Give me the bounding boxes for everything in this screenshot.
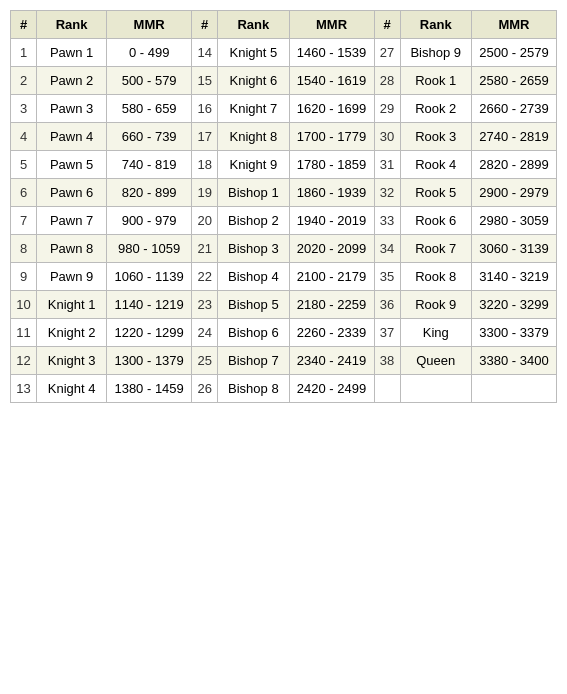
table-cell: 10 bbox=[11, 291, 37, 319]
table-cell: 18 bbox=[192, 151, 218, 179]
table-cell: 2 bbox=[11, 67, 37, 95]
rank-table: # Rank MMR # Rank MMR # Rank MMR 1Pawn 1… bbox=[10, 10, 557, 403]
table-cell: 22 bbox=[192, 263, 218, 291]
table-cell: 32 bbox=[374, 179, 400, 207]
table-cell: Rook 1 bbox=[400, 67, 471, 95]
table-cell: Pawn 2 bbox=[37, 67, 107, 95]
table-cell: Rook 9 bbox=[400, 291, 471, 319]
table-cell: Bishop 3 bbox=[218, 235, 289, 263]
table-cell: 6 bbox=[11, 179, 37, 207]
table-cell: 17 bbox=[192, 123, 218, 151]
table-cell: 2260 - 2339 bbox=[289, 319, 374, 347]
table-cell: 0 - 499 bbox=[107, 39, 192, 67]
table-cell: 3060 - 3139 bbox=[471, 235, 556, 263]
table-cell: 23 bbox=[192, 291, 218, 319]
table-cell bbox=[374, 375, 400, 403]
col-header-mmr3: MMR bbox=[471, 11, 556, 39]
table-row: 13Knight 41380 - 145926Bishop 82420 - 24… bbox=[11, 375, 557, 403]
table-cell: Rook 3 bbox=[400, 123, 471, 151]
table-cell: Pawn 7 bbox=[37, 207, 107, 235]
col-header-num2: # bbox=[192, 11, 218, 39]
col-header-num3: # bbox=[374, 11, 400, 39]
table-cell: 2980 - 3059 bbox=[471, 207, 556, 235]
table-cell bbox=[471, 375, 556, 403]
table-row: 8Pawn 8980 - 105921Bishop 32020 - 209934… bbox=[11, 235, 557, 263]
col-header-mmr2: MMR bbox=[289, 11, 374, 39]
table-cell: 13 bbox=[11, 375, 37, 403]
table-cell: 2340 - 2419 bbox=[289, 347, 374, 375]
table-cell: 1140 - 1219 bbox=[107, 291, 192, 319]
table-cell: 1300 - 1379 bbox=[107, 347, 192, 375]
table-cell: Knight 9 bbox=[218, 151, 289, 179]
table-cell: 2100 - 2179 bbox=[289, 263, 374, 291]
table-cell: 27 bbox=[374, 39, 400, 67]
table-cell: 740 - 819 bbox=[107, 151, 192, 179]
table-cell: 21 bbox=[192, 235, 218, 263]
table-cell: 1460 - 1539 bbox=[289, 39, 374, 67]
table-cell: 11 bbox=[11, 319, 37, 347]
table-row: 10Knight 11140 - 121923Bishop 52180 - 22… bbox=[11, 291, 557, 319]
table-row: 7Pawn 7900 - 97920Bishop 21940 - 201933R… bbox=[11, 207, 557, 235]
table-cell: Rook 2 bbox=[400, 95, 471, 123]
table-cell: 1620 - 1699 bbox=[289, 95, 374, 123]
table-cell: Knight 8 bbox=[218, 123, 289, 151]
table-cell: 34 bbox=[374, 235, 400, 263]
table-cell: Knight 7 bbox=[218, 95, 289, 123]
table-cell: 660 - 739 bbox=[107, 123, 192, 151]
table-cell: 38 bbox=[374, 347, 400, 375]
table-cell: 2900 - 2979 bbox=[471, 179, 556, 207]
table-cell: Bishop 2 bbox=[218, 207, 289, 235]
table-cell: Rook 6 bbox=[400, 207, 471, 235]
table-cell: 25 bbox=[192, 347, 218, 375]
table-cell: 33 bbox=[374, 207, 400, 235]
table-row: 12Knight 31300 - 137925Bishop 72340 - 24… bbox=[11, 347, 557, 375]
col-header-num1: # bbox=[11, 11, 37, 39]
table-cell: 2420 - 2499 bbox=[289, 375, 374, 403]
table-cell: 2820 - 2899 bbox=[471, 151, 556, 179]
table-row: 5Pawn 5740 - 81918Knight 91780 - 185931R… bbox=[11, 151, 557, 179]
table-cell: 37 bbox=[374, 319, 400, 347]
table-cell: 500 - 579 bbox=[107, 67, 192, 95]
table-cell: 35 bbox=[374, 263, 400, 291]
table-cell: 8 bbox=[11, 235, 37, 263]
table-row: 2Pawn 2500 - 57915Knight 61540 - 161928R… bbox=[11, 67, 557, 95]
table-cell: Bishop 9 bbox=[400, 39, 471, 67]
table-cell: 580 - 659 bbox=[107, 95, 192, 123]
table-cell: 9 bbox=[11, 263, 37, 291]
table-cell: 3380 - 3400 bbox=[471, 347, 556, 375]
table-cell: 31 bbox=[374, 151, 400, 179]
table-cell: 14 bbox=[192, 39, 218, 67]
table-cell: Pawn 9 bbox=[37, 263, 107, 291]
table-cell: Rook 8 bbox=[400, 263, 471, 291]
table-cell: Bishop 4 bbox=[218, 263, 289, 291]
table-row: 6Pawn 6820 - 89919Bishop 11860 - 193932R… bbox=[11, 179, 557, 207]
table-cell: 900 - 979 bbox=[107, 207, 192, 235]
table-cell: 1860 - 1939 bbox=[289, 179, 374, 207]
table-cell: 980 - 1059 bbox=[107, 235, 192, 263]
table-cell: 19 bbox=[192, 179, 218, 207]
table-row: 9Pawn 91060 - 113922Bishop 42100 - 21793… bbox=[11, 263, 557, 291]
table-cell: 1780 - 1859 bbox=[289, 151, 374, 179]
table-cell: 1380 - 1459 bbox=[107, 375, 192, 403]
table-cell: King bbox=[400, 319, 471, 347]
table-row: 11Knight 21220 - 129924Bishop 62260 - 23… bbox=[11, 319, 557, 347]
table-cell: Pawn 1 bbox=[37, 39, 107, 67]
table-cell: 16 bbox=[192, 95, 218, 123]
table-cell: 2180 - 2259 bbox=[289, 291, 374, 319]
table-row: 3Pawn 3580 - 65916Knight 71620 - 169929R… bbox=[11, 95, 557, 123]
table-cell: Pawn 8 bbox=[37, 235, 107, 263]
table-cell: Pawn 5 bbox=[37, 151, 107, 179]
table-cell: Knight 1 bbox=[37, 291, 107, 319]
table-cell: 24 bbox=[192, 319, 218, 347]
table-cell: 4 bbox=[11, 123, 37, 151]
table-cell: Rook 4 bbox=[400, 151, 471, 179]
table-cell: Pawn 6 bbox=[37, 179, 107, 207]
table-cell: 28 bbox=[374, 67, 400, 95]
table-cell bbox=[400, 375, 471, 403]
table-cell: 1 bbox=[11, 39, 37, 67]
table-cell: Knight 5 bbox=[218, 39, 289, 67]
table-cell: 2740 - 2819 bbox=[471, 123, 556, 151]
col-header-rank2: Rank bbox=[218, 11, 289, 39]
table-row: 4Pawn 4660 - 73917Knight 81700 - 177930R… bbox=[11, 123, 557, 151]
table-cell: 3 bbox=[11, 95, 37, 123]
